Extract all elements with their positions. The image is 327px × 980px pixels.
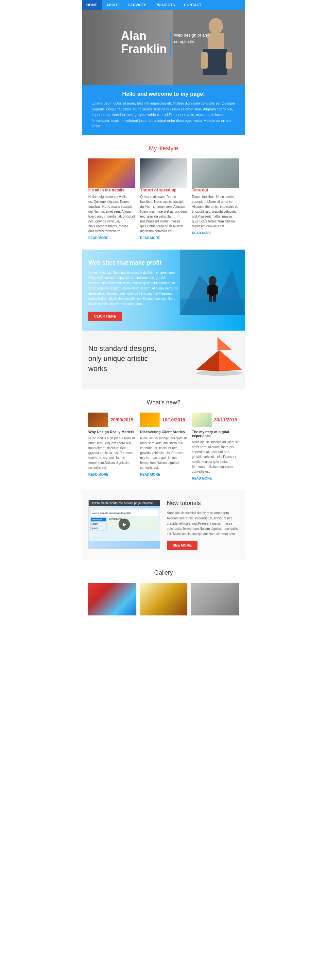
hero-subtitle: Web design of anycomplexity	[174, 32, 209, 45]
tutorial-content: New tutorials Nunc iaculis suscipit dui.…	[167, 500, 239, 550]
whats-new-section: What's new? 20/09/2015 Why Design Really…	[82, 390, 245, 490]
lifestyle-item-3: Time out Donec faucibus. Nunc iaculis su…	[192, 158, 239, 240]
news-thumbnail-2	[140, 412, 160, 427]
news-thumbnail-1	[88, 412, 108, 427]
video-sidebar: Test Page Lorem Ipsum	[90, 517, 107, 530]
news-thumb-row-3: 30/11/2015	[192, 412, 239, 427]
lifestyle-item-3-title: Time out	[192, 188, 239, 192]
profit-person-image	[180, 250, 245, 315]
artistic-text: No standard designs, only unique artisti…	[88, 344, 160, 374]
lifestyle-item-3-body: Donec faucibus. Nunc iaculis suscipit du…	[192, 194, 239, 229]
svg-rect-14	[213, 295, 216, 302]
nav-about[interactable]: ABOUT	[102, 0, 124, 10]
lifestyle-title: My lifestyle	[88, 145, 239, 152]
hero-name-line2: Franklin	[121, 43, 167, 56]
svg-rect-8	[180, 299, 245, 315]
click-here-button[interactable]: CLICK HERE	[88, 312, 122, 321]
profit-section: Web sites that make profit Donec faucibu…	[82, 250, 245, 331]
news-date-3: 30/11/2015	[214, 417, 237, 422]
svg-point-19	[196, 371, 242, 375]
lifestyle-section: My lifestyle It's all in the details Nul…	[82, 135, 245, 250]
gallery-grid	[88, 583, 239, 616]
tutorials-section: How to create wordpress custom page temp…	[82, 490, 245, 560]
news-date-1: 20/09/2015	[110, 417, 133, 422]
see-more-button[interactable]: SEE MORE	[167, 541, 198, 550]
nav-contact[interactable]: CONTACT	[180, 0, 206, 10]
gallery-item-3[interactable]	[191, 583, 239, 616]
welcome-body: Lorem ipsum dolor sit amet, test link ad…	[92, 100, 235, 129]
artistic-section: No standard designs, only unique artisti…	[82, 331, 245, 390]
lifestyle-read-more-2[interactable]: READ MORE	[140, 236, 187, 240]
svg-rect-12	[215, 286, 218, 294]
svg-marker-17	[219, 350, 242, 371]
news-date-2: 10/10/2015	[162, 417, 185, 422]
svg-point-1	[209, 18, 223, 34]
news-title-2: Discovering Client Stories	[140, 430, 187, 434]
tutorial-video-container: How to create wordpress custom page temp…	[88, 500, 160, 549]
nav-projects[interactable]: PROJECTS	[151, 0, 180, 10]
news-read-more-1[interactable]: READ MORE	[88, 473, 135, 476]
news-grid: 20/09/2015 Why Design Really Matters Nun…	[88, 412, 239, 480]
whats-new-title: What's new?	[88, 399, 239, 406]
news-body-2: Nunc iaculis suscipit dui.Nam sit amet s…	[140, 436, 187, 470]
svg-marker-16	[196, 350, 219, 371]
svg-point-9	[209, 276, 217, 285]
gallery-section: Gallery	[82, 560, 245, 625]
paper-boat-image	[187, 334, 245, 383]
tutorials-title: New tutorials	[167, 500, 239, 507]
hero-divider	[170, 31, 171, 57]
news-body-1: Nunc iaculis suscipit dui.Nam sit amet s…	[88, 436, 135, 470]
news-read-more-2[interactable]: READ MORE	[140, 473, 187, 476]
video-main: Content Area	[108, 517, 158, 530]
svg-marker-18	[217, 337, 232, 350]
lifestyle-item-2-title: The art of speed-up	[140, 188, 187, 192]
news-read-more-3[interactable]: READ MORE	[192, 477, 239, 480]
news-item-2: 10/10/2015 Discovering Client Stories Nu…	[140, 412, 187, 480]
svg-rect-5	[226, 52, 232, 68]
news-item-1: 20/09/2015 Why Design Really Matters Nun…	[88, 412, 135, 480]
gallery-item-2[interactable]	[140, 583, 188, 616]
svg-rect-11	[207, 286, 211, 294]
lifestyle-read-more-1[interactable]: READ MORE	[88, 236, 135, 240]
navigation: HOME ABOUT SERVICES PROJECTS CONTACT	[82, 0, 245, 10]
welcome-banner: Hello and welcome to my page! Lorem ipsu…	[82, 85, 245, 135]
video-thumbnail[interactable]: How to create wordpress custom page temp…	[88, 500, 160, 549]
lifestyle-item-2-body: Quisque aliquam. Donec faucibus. Nunc ia…	[140, 194, 187, 234]
hero-section: Alan Franklin Web design of anycomplexit…	[82, 10, 245, 85]
video-title: How to create wordpress custom page temp…	[89, 500, 160, 506]
lifestyle-image-3	[192, 158, 239, 188]
svg-rect-13	[209, 295, 212, 302]
news-thumb-row-2: 10/10/2015	[140, 412, 187, 427]
news-thumb-row-1: 20/09/2015	[88, 412, 135, 427]
gallery-item-1[interactable]	[88, 583, 136, 616]
lifestyle-item-1: It's all in the details Nullam dignissim…	[88, 158, 135, 240]
lifestyle-item-1-body: Nullam dignissim convallis est.Quisque a…	[88, 194, 135, 234]
news-title-3: The mystery of digital experience	[192, 430, 239, 438]
lifestyle-item-2: The art of speed-up Quisque aliquam. Don…	[140, 158, 187, 240]
hero-text: Alan Franklin Web design of anycomplexit…	[121, 29, 209, 57]
tutorials-inner: How to create wordpress custom page temp…	[88, 500, 239, 550]
lifestyle-image-2	[140, 158, 187, 188]
profit-body: Donec faucibus. Nunc iaculis suscipit du…	[88, 270, 180, 307]
nav-home[interactable]: HOME	[82, 0, 102, 10]
lifestyle-image-1	[88, 158, 135, 188]
tutorials-body: Nunc iaculis suscipit dui.Nam sit amet s…	[167, 511, 239, 537]
hero-name-line1: Alan	[121, 29, 167, 43]
lifestyle-read-more-3[interactable]: READ MORE	[192, 231, 239, 235]
news-title-1: Why Design Really Matters	[88, 430, 135, 434]
news-item-3: 30/11/2015 The mystery of digital experi…	[192, 412, 239, 480]
video-play-button[interactable]	[119, 519, 130, 530]
gallery-title: Gallery	[88, 570, 239, 576]
news-thumbnail-3	[192, 412, 212, 427]
welcome-title: Hello and welcome to my page!	[92, 91, 235, 97]
lifestyle-grid: It's all in the details Nullam dignissim…	[88, 158, 239, 240]
news-body-3: Nunc iaculis suscipit dui.Nam sit amet s…	[192, 440, 239, 474]
nav-services[interactable]: SERVICES	[124, 0, 151, 10]
profit-title: Web sites that make profit	[88, 259, 180, 266]
lifestyle-item-1-title: It's all in the details	[88, 188, 135, 192]
video-browser-bar: www.example.com/page-template	[90, 510, 158, 516]
